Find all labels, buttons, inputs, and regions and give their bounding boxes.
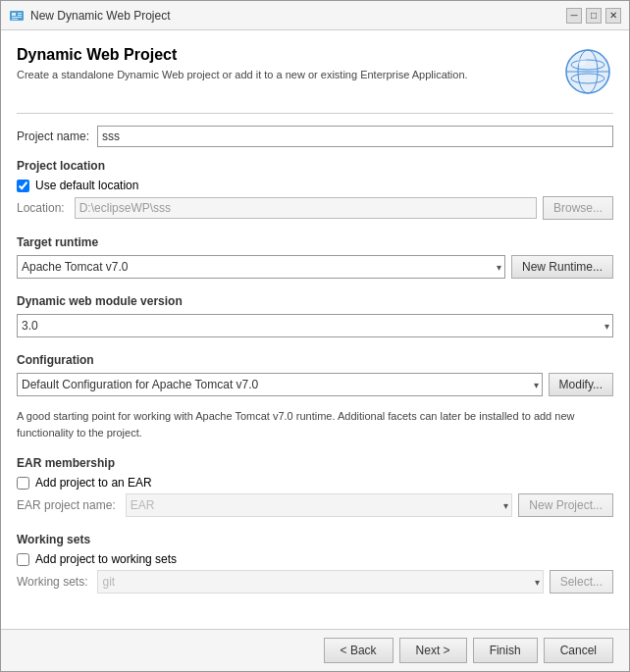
- ear-project-select-wrapper: EAR ▾: [126, 493, 513, 517]
- dialog-icon: [562, 46, 613, 97]
- configuration-select[interactable]: Default Configuration for Apache Tomcat …: [17, 373, 543, 396]
- project-name-label: Project name:: [17, 129, 89, 143]
- header-section: Dynamic Web Project Create a standalone …: [17, 46, 613, 97]
- use-default-location-checkbox[interactable]: [17, 180, 29, 192]
- project-name-row: Project name:: [17, 126, 613, 147]
- location-label-text: Location:: [17, 201, 65, 215]
- target-runtime-select[interactable]: Apache Tomcat v7.0: [17, 255, 505, 279]
- add-to-ear-checkbox[interactable]: [17, 477, 29, 490]
- ear-input-row: EAR project name: EAR ▾ New Project...: [17, 493, 613, 517]
- svg-rect-5: [12, 19, 18, 20]
- add-to-working-sets-checkbox[interactable]: [17, 553, 29, 566]
- select-working-sets-button[interactable]: Select...: [550, 570, 613, 594]
- ear-project-select: EAR: [126, 493, 513, 517]
- configuration-row: Default Configuration for Apache Tomcat …: [17, 373, 613, 396]
- working-sets-field-label: Working sets:: [17, 575, 87, 589]
- working-sets-select: git: [97, 570, 543, 594]
- browse-button[interactable]: Browse...: [543, 196, 613, 220]
- cancel-button[interactable]: Cancel: [544, 638, 613, 663]
- dialog-title: Dynamic Web Project: [17, 46, 552, 64]
- ear-project-name-label: EAR project name:: [17, 498, 116, 512]
- next-button[interactable]: Next >: [399, 638, 467, 663]
- close-button[interactable]: ✕: [605, 8, 621, 24]
- window-icon: [9, 8, 25, 24]
- svg-rect-2: [18, 13, 22, 14]
- location-row: Location: Browse...: [17, 196, 613, 220]
- ear-section: Add project to an EAR EAR project name: …: [17, 476, 613, 517]
- target-runtime-row: Apache Tomcat v7.0 ▾ New Runtime...: [17, 255, 613, 279]
- dynamic-web-module-select-wrapper: 3.0 ▾: [17, 314, 613, 337]
- add-to-working-sets-row: Add project to working sets: [17, 552, 613, 566]
- use-default-location-row: Use default location: [17, 179, 613, 192]
- svg-rect-1: [12, 13, 16, 16]
- window-title: New Dynamic Web Project: [30, 9, 566, 23]
- configuration-select-wrapper: Default Configuration for Apache Tomcat …: [17, 373, 543, 396]
- dialog-description: Create a standalone Dynamic Web project …: [17, 68, 552, 82]
- modify-button[interactable]: Modify...: [549, 373, 613, 396]
- working-sets-select-wrapper: git ▾: [97, 570, 543, 594]
- dynamic-web-module-label: Dynamic web module version: [17, 294, 613, 308]
- location-input: [75, 197, 537, 219]
- configuration-label: Configuration: [17, 353, 613, 367]
- target-runtime-select-wrapper: Apache Tomcat v7.0 ▾: [17, 255, 505, 279]
- working-sets-input-row: Working sets: git ▾ Select...: [17, 570, 613, 594]
- svg-rect-4: [12, 17, 22, 18]
- ear-membership-label: EAR membership: [17, 456, 613, 470]
- window-controls: ─ □ ✕: [566, 8, 621, 24]
- project-location-label: Project location: [17, 159, 613, 173]
- configuration-info-text: A good starting point for working with A…: [17, 408, 613, 440]
- header-divider: [17, 113, 613, 114]
- main-window: New Dynamic Web Project ─ □ ✕ Dynamic We…: [0, 0, 630, 672]
- project-name-input[interactable]: [97, 126, 613, 147]
- add-to-ear-row: Add project to an EAR: [17, 476, 613, 490]
- dialog-content: Dynamic Web Project Create a standalone …: [1, 30, 629, 629]
- minimize-button[interactable]: ─: [566, 8, 582, 24]
- dynamic-web-module-row: 3.0 ▾: [17, 314, 613, 337]
- new-runtime-button[interactable]: New Runtime...: [511, 255, 613, 279]
- working-sets-label: Working sets: [17, 533, 613, 546]
- svg-rect-3: [18, 15, 22, 16]
- working-sets-section: Working sets Add project to working sets…: [17, 529, 613, 594]
- use-default-location-text: Use default location: [35, 179, 138, 192]
- title-bar: New Dynamic Web Project ─ □ ✕: [1, 1, 629, 30]
- maximize-button[interactable]: □: [586, 8, 602, 24]
- header-text: Dynamic Web Project Create a standalone …: [17, 46, 552, 82]
- new-project-button[interactable]: New Project...: [518, 493, 613, 517]
- finish-button[interactable]: Finish: [473, 638, 538, 663]
- target-runtime-label: Target runtime: [17, 235, 613, 249]
- dialog-footer: < Back Next > Finish Cancel: [1, 629, 629, 671]
- dynamic-web-module-select[interactable]: 3.0: [17, 314, 613, 337]
- back-button[interactable]: < Back: [324, 638, 394, 663]
- add-to-working-sets-text: Add project to working sets: [35, 552, 177, 566]
- add-to-ear-text: Add project to an EAR: [35, 476, 152, 490]
